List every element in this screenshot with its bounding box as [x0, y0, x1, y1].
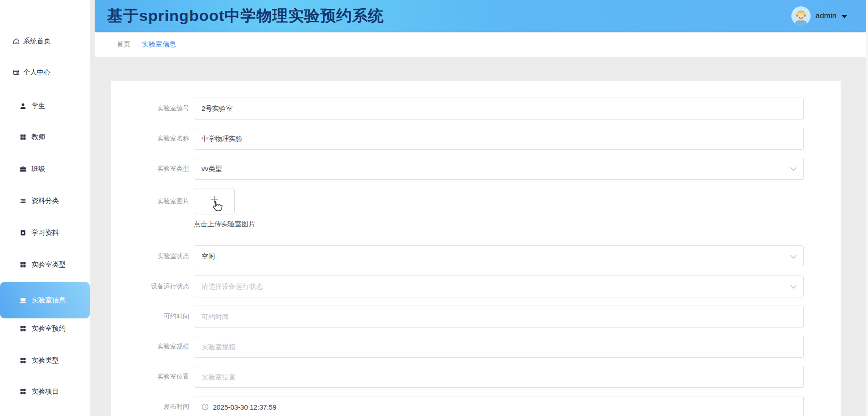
scrollbar[interactable]	[866, 0, 868, 416]
hand-cursor-icon	[210, 200, 223, 213]
form-row-lab-status: 实验室状态 空闲	[111, 245, 841, 267]
select-placeholder: 请选择设备运行状态	[202, 282, 263, 291]
sidebar-item-label: 实验室类型	[31, 260, 66, 269]
chevron-down-icon	[790, 255, 797, 259]
sidebar-item-label: 系统首页	[23, 37, 51, 46]
chevron-down-icon	[790, 167, 797, 171]
sidebar-item-label: 实验室预约	[31, 324, 66, 333]
grid-icon	[19, 133, 27, 141]
briefcase-icon	[19, 165, 27, 173]
grid-icon	[19, 357, 27, 364]
image-upload-button[interactable]	[194, 188, 235, 214]
sidebar-item-label: 班级	[31, 165, 45, 173]
sidebar-item-label: 个人中心	[23, 68, 51, 77]
breadcrumb-home[interactable]: 首页	[117, 40, 130, 49]
grid-icon	[19, 261, 27, 269]
lab-number-input[interactable]	[194, 98, 804, 120]
laptop-icon	[19, 296, 27, 304]
breadcrumb: 首页 实验室信息	[95, 32, 868, 57]
home-icon	[12, 37, 20, 45]
caret-down-icon	[842, 15, 847, 18]
lab-info-form-card: 实验室编号 实验室名称 实验室类型 vv类型 实验室图片	[111, 81, 841, 416]
sidebar: 系统首页 个人中心 学生 教师 班级 资料分类 学习资料	[0, 0, 90, 416]
device-status-select[interactable]: 请选择设备运行状态	[194, 276, 804, 297]
sidebar-item-system-home[interactable]: 系统首页	[0, 25, 90, 57]
form-row-lab-type: 实验室类型 vv类型	[111, 158, 841, 180]
sidebar-item-label: 实验室信息	[31, 296, 66, 305]
avatar[interactable]	[791, 6, 811, 26]
form-row-lab-number: 实验室编号	[111, 98, 841, 120]
lab-type-select[interactable]: vv类型	[194, 158, 804, 180]
field-label: 实验室规模	[111, 343, 189, 351]
field-label: 实验室位置	[111, 373, 189, 381]
field-label: 可约时间	[111, 312, 189, 321]
select-value: vv类型	[202, 165, 222, 173]
clipboard-icon	[19, 229, 27, 237]
field-label: 设备运行状态	[111, 282, 189, 291]
field-label: 实验室状态	[111, 252, 189, 260]
field-label: 发布时间	[111, 403, 189, 411]
form-row-lab-name: 实验室名称	[111, 128, 841, 150]
sidebar-item-lab-types[interactable]: 实验室类型	[0, 249, 90, 281]
lab-location-input[interactable]	[194, 366, 804, 388]
breadcrumb-current[interactable]: 实验室信息	[142, 40, 176, 49]
bookable-time-input[interactable]	[194, 306, 804, 328]
sidebar-item-experiment-types[interactable]: 实验类型	[0, 344, 90, 376]
form-row-lab-scale: 实验室规模	[111, 336, 841, 358]
profile-icon	[12, 68, 20, 76]
user-icon	[19, 102, 27, 110]
sidebar-item-profile[interactable]: 个人中心	[0, 56, 90, 88]
sidebar-item-classes[interactable]: 班级	[0, 153, 90, 185]
field-label: 实验室名称	[111, 135, 189, 143]
page-title: 基于springboot中学物理实验预约系统	[95, 5, 384, 26]
lab-scale-input[interactable]	[194, 336, 804, 358]
sidebar-item-label: 教师	[31, 133, 45, 141]
sidebar-item-label: 学习资料	[31, 229, 59, 237]
list-icon	[19, 197, 27, 205]
sidebar-item-material-categories[interactable]: 资料分类	[0, 185, 90, 217]
form-row-bookable-time: 可约时间	[111, 306, 841, 328]
lab-name-input[interactable]	[194, 128, 804, 150]
content-area: 实验室编号 实验室名称 实验室类型 vv类型 实验室图片	[95, 81, 868, 416]
sidebar-item-experiment-projects[interactable]: 实验项目	[0, 375, 90, 407]
grid-icon	[19, 325, 27, 333]
user-menu[interactable]: admin	[791, 0, 847, 32]
header-bar: 基于springboot中学物理实验预约系统 admin	[95, 0, 868, 32]
form-row-publish-time: 发布时间 2025-03-30 12:37:59	[111, 396, 841, 416]
main-area: 基于springboot中学物理实验预约系统 admin 首页 实验室信息	[95, 0, 868, 416]
field-label: 实验室类型	[111, 165, 189, 173]
sidebar-item-students[interactable]: 学生	[0, 90, 90, 122]
sidebar-item-label: 实验类型	[31, 356, 59, 365]
form-row-device-status: 设备运行状态 请选择设备运行状态	[111, 276, 841, 297]
sidebar-item-label: 实验项目	[31, 387, 59, 396]
field-label: 实验室图片	[111, 188, 189, 214]
sidebar-item-study-materials[interactable]: 学习资料	[0, 217, 90, 249]
sidebar-item-teachers[interactable]: 教师	[0, 121, 90, 153]
form-row-lab-location: 实验室位置	[111, 366, 841, 388]
clock-icon	[202, 403, 209, 411]
upload-caption: 点击上传实验室图片	[194, 219, 255, 228]
chevron-down-icon	[790, 285, 797, 289]
user-name: admin	[816, 11, 837, 21]
publish-time-input[interactable]: 2025-03-30 12:37:59	[194, 396, 804, 416]
field-label: 实验室编号	[111, 104, 189, 113]
grid-icon	[19, 388, 27, 395]
datetime-value: 2025-03-30 12:37:59	[213, 403, 276, 411]
form-row-lab-image: 实验室图片 点击上传实验室图片	[111, 188, 841, 228]
lab-status-select[interactable]: 空闲	[194, 245, 804, 267]
sidebar-item-label: 资料分类	[31, 197, 59, 205]
sidebar-item-lab-reservations[interactable]: 实验室预约	[0, 312, 90, 344]
sidebar-item-label: 学生	[31, 102, 45, 110]
select-value: 空闲	[202, 252, 215, 261]
